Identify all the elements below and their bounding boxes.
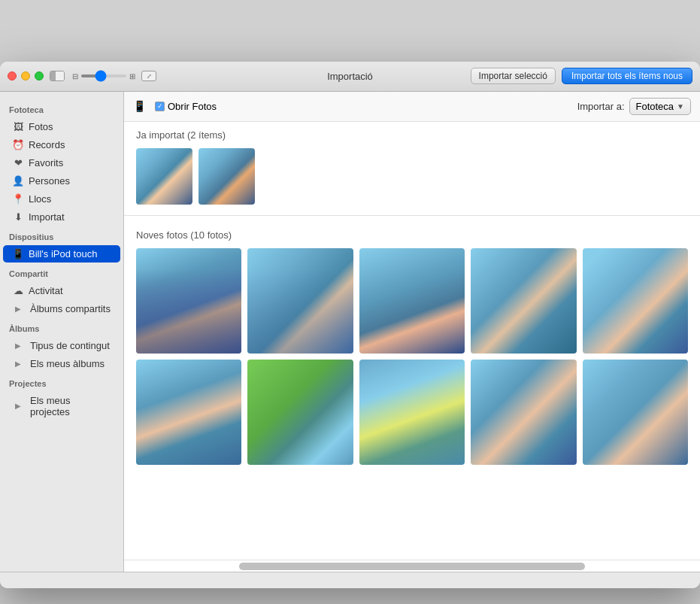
compartit-section-label: Compartit: [0, 263, 123, 281]
already-imported-photo-2[interactable]: [198, 148, 255, 205]
grid-photo-1[interactable]: [136, 248, 241, 354]
grid-photo-9[interactable]: [471, 360, 576, 465]
records-label: Records: [29, 139, 65, 150]
activitat-icon: ☁: [12, 285, 24, 296]
persones-icon: 👤: [12, 175, 24, 187]
import-toolbar: 📱 ✓ Obrir Fotos Importar a: Fototeca ▼: [124, 92, 700, 122]
import-panel: 📱 ✓ Obrir Fotos Importar a: Fototeca ▼: [124, 92, 700, 572]
grid-photo-4[interactable]: [471, 248, 576, 354]
grid-photo-5[interactable]: [583, 248, 688, 354]
sidebar-item-fotos[interactable]: 🖼 Fotos: [3, 118, 120, 135]
close-button[interactable]: [8, 71, 17, 80]
device-label: Bill's iPod touch: [29, 248, 97, 260]
scrollbar-thumb[interactable]: [239, 563, 585, 570]
dropdown-arrow-icon: ▼: [677, 102, 684, 111]
albums-compartits-label: Àlbums compartits: [30, 303, 111, 314]
sidebar-item-els-meus-albums[interactable]: ▶ Els meus àlbums: [3, 355, 120, 372]
sidebar-item-albums-compartits[interactable]: ▶ Àlbums compartits: [3, 300, 120, 317]
favorits-label: Favorits: [29, 157, 63, 168]
meus-albums-label: Els meus àlbums: [30, 358, 105, 369]
expand-tipus-icon: ▶: [12, 341, 24, 350]
importat-icon: ⬇: [12, 211, 24, 223]
sidebar-item-importat[interactable]: ⬇ Importat: [3, 208, 120, 226]
zoom-slider[interactable]: [81, 74, 126, 77]
expand-albums-icon: ▶: [12, 360, 24, 368]
maximize-button[interactable]: [35, 71, 44, 80]
new-photos-header: Noves fotos (10 fotos): [124, 222, 700, 245]
grid-photo-6[interactable]: [136, 360, 241, 465]
already-imported-header: Ja importat (2 ítems): [124, 122, 700, 145]
expand-projectes-icon: ▶: [12, 402, 24, 410]
import-selection-button[interactable]: Importar selecció: [471, 68, 556, 84]
already-imported-row: [124, 145, 700, 208]
tipus-label: Tipus de contingut: [30, 340, 110, 351]
fullscreen-button[interactable]: ⤢: [141, 71, 156, 81]
records-icon: ⏰: [12, 139, 24, 150]
grid-photo-10[interactable]: [583, 360, 688, 465]
sidebar-item-llocs[interactable]: 📍 Llocs: [3, 190, 120, 208]
sidebar-item-els-meus-projectes[interactable]: ▶ Els meus projectes: [3, 392, 120, 420]
already-imported-photo-1[interactable]: [136, 148, 192, 205]
sidebar-controls: ⊟ ⊞ ⤢: [50, 71, 156, 81]
dispositius-section-label: Dispositius: [0, 226, 123, 244]
activitat-label: Activitat: [29, 285, 63, 296]
open-photos-checkbox[interactable]: ✓: [155, 102, 165, 111]
status-bar: [0, 572, 700, 588]
sidebar-item-favorits[interactable]: ❤ Favorits: [3, 154, 120, 171]
destination-label: Fototeca: [636, 101, 674, 112]
importat-label: Importat: [29, 211, 65, 223]
phone-icon: 📱: [133, 100, 146, 112]
minimize-button[interactable]: [21, 71, 30, 80]
checkmark-icon: ✓: [157, 102, 163, 110]
photo-grid: [124, 245, 700, 469]
import-to-container: Importar a: Fototeca ▼: [577, 98, 691, 115]
new-photos-section: Noves fotos (10 fotos): [124, 216, 700, 560]
persones-label: Persones: [29, 175, 70, 187]
import-to-label: Importar a:: [577, 101, 625, 112]
sidebar-toggle-button[interactable]: [50, 71, 65, 81]
llocs-label: Llocs: [29, 193, 51, 205]
photos-icon: 🖼: [12, 121, 24, 132]
sidebar-item-activitat[interactable]: ☁ Activitat: [3, 282, 120, 299]
grid-photo-2[interactable]: [247, 248, 353, 354]
main-window: ⊟ ⊞ ⤢ Importació Importar selecció Impor…: [0, 62, 700, 588]
zoom-in-icon: ⊞: [129, 72, 135, 80]
horizontal-scrollbar[interactable]: [124, 560, 700, 572]
fototeca-section-label: Fototeca: [0, 99, 123, 117]
sidebar-item-persones[interactable]: 👤 Persones: [3, 172, 120, 190]
traffic-lights: [8, 71, 44, 80]
titlebar-action-buttons: Importar selecció Importar tots els ítem…: [471, 68, 692, 84]
zoom-slider-container: ⊟ ⊞: [72, 72, 135, 80]
expand-icon: ▶: [12, 305, 24, 313]
zoom-out-icon: ⊟: [72, 72, 78, 80]
grid-photo-3[interactable]: [359, 248, 465, 354]
sidebar-item-tipus-contingut[interactable]: ▶ Tipus de contingut: [3, 337, 120, 354]
window-title: Importació: [327, 71, 373, 82]
titlebar: ⊟ ⊞ ⤢ Importació Importar selecció Impor…: [0, 62, 700, 92]
albums-section-label: Àlbums: [0, 318, 123, 336]
open-photos-container: ✓ Obrir Fotos: [155, 101, 217, 112]
destination-dropdown[interactable]: Fototeca ▼: [629, 98, 692, 115]
llocs-icon: 📍: [12, 193, 24, 205]
already-imported-section: Ja importat (2 ítems): [124, 122, 700, 216]
grid-photo-8[interactable]: [359, 360, 465, 465]
meus-projectes-label: Els meus projectes: [30, 395, 111, 417]
sidebar-item-device[interactable]: 📱 Bill's iPod touch: [3, 245, 120, 263]
device-icon: 📱: [12, 248, 24, 260]
fotos-label: Fotos: [29, 121, 53, 132]
sidebar-item-records[interactable]: ⏰ Records: [3, 136, 120, 153]
open-photos-label: Obrir Fotos: [168, 101, 217, 112]
favorits-icon: ❤: [12, 157, 24, 168]
projectes-section-label: Projectes: [0, 373, 123, 391]
main-content: Fototeca 🖼 Fotos ⏰ Records ❤ Favorits 👤 …: [0, 92, 700, 572]
import-all-button[interactable]: Importar tots els ítems nous: [562, 68, 692, 84]
grid-photo-7[interactable]: [247, 360, 353, 465]
sidebar: Fototeca 🖼 Fotos ⏰ Records ❤ Favorits 👤 …: [0, 92, 124, 572]
